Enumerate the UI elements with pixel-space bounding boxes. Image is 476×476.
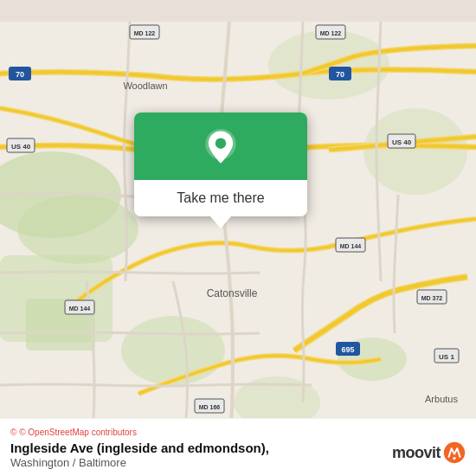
moovit-logo: moovit bbox=[392, 441, 466, 464]
svg-point-2 bbox=[17, 195, 138, 264]
take-me-there-button[interactable]: Take me there bbox=[134, 180, 307, 216]
svg-text:MD 122: MD 122 bbox=[320, 30, 342, 36]
bottom-bar: © © OpenStreetMap contributors Ingleside… bbox=[0, 418, 476, 476]
location-popup: Take me there bbox=[134, 113, 307, 216]
svg-text:MD 144: MD 144 bbox=[340, 243, 362, 249]
svg-text:US 1: US 1 bbox=[439, 353, 454, 361]
svg-text:70: 70 bbox=[16, 70, 24, 79]
svg-text:Woodlawn: Woodlawn bbox=[123, 80, 167, 91]
moovit-icon bbox=[443, 441, 466, 464]
svg-text:MD 122: MD 122 bbox=[134, 30, 156, 36]
popup-caret bbox=[210, 216, 231, 228]
svg-point-43 bbox=[215, 138, 226, 149]
attribution-text: © OpenStreetMap contributors bbox=[19, 428, 137, 437]
map-attribution: © © OpenStreetMap contributors bbox=[10, 428, 466, 437]
popup-header bbox=[134, 113, 307, 180]
map-background: 70 I 70 US 40 US 40 US 40 MD 144 MD 144 … bbox=[0, 0, 476, 476]
svg-point-8 bbox=[363, 108, 467, 195]
moovit-logo-text: moovit bbox=[392, 444, 441, 462]
svg-text:695: 695 bbox=[341, 345, 354, 354]
svg-text:MD 372: MD 372 bbox=[421, 295, 443, 301]
svg-point-45 bbox=[453, 457, 455, 460]
map-container: 70 I 70 US 40 US 40 US 40 MD 144 MD 144 … bbox=[0, 0, 476, 476]
svg-text:MD 166: MD 166 bbox=[199, 404, 221, 410]
svg-text:US 40: US 40 bbox=[392, 138, 412, 146]
svg-text:Catonsville: Catonsville bbox=[207, 287, 258, 299]
svg-text:Arbutus: Arbutus bbox=[425, 394, 458, 404]
svg-text:MD 144: MD 144 bbox=[69, 306, 91, 312]
attribution-symbol: © bbox=[10, 428, 16, 437]
location-pin-icon bbox=[201, 128, 241, 168]
svg-text:70: 70 bbox=[336, 70, 344, 79]
svg-text:US 40: US 40 bbox=[11, 143, 31, 151]
svg-point-4 bbox=[121, 316, 225, 385]
